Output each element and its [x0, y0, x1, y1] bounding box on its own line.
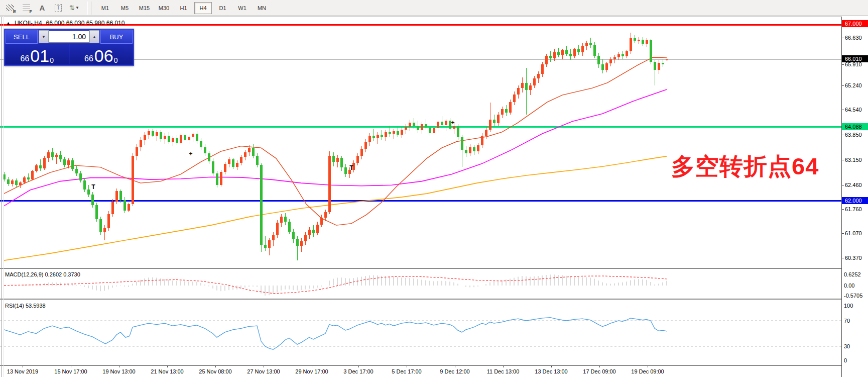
price-tick-label: 63.150 — [845, 157, 862, 163]
date-tick — [23, 365, 23, 367]
macd-scale-label: 0.6252 — [844, 271, 861, 277]
date-label: 13 Dec 13:00 — [535, 368, 567, 374]
macd-label: MACD(12,26,9) 0.2602 0.3730 — [5, 271, 80, 277]
macd-scale-label: -0.5705 — [844, 293, 862, 299]
price-tick — [842, 209, 844, 210]
date-label: 15 Nov 17:00 — [54, 368, 87, 374]
price-tick-label: 66.630 — [845, 35, 862, 41]
price-badge: 67.000 — [842, 20, 868, 27]
date-tick — [599, 365, 600, 367]
date-tick — [407, 365, 407, 367]
window-left-edge — [1, 17, 4, 377]
candles — [3, 33, 668, 260]
chart-annotation-text: 多空转折点64 — [671, 154, 819, 179]
date-label: 29 Nov 17:00 — [295, 368, 328, 374]
buy-price-panel[interactable]: 66060 — [70, 44, 133, 64]
price-tick-label: 64.540 — [845, 107, 862, 113]
symbol-period-label: UKOIl-,H4 — [15, 20, 42, 27]
date-label: 27 Nov 13:00 — [247, 368, 280, 374]
pane-separator[interactable] — [0, 299, 868, 300]
one-click-trading-widget: SELL ▼ 1.00 ▲ BUY 66010 66060 — [4, 29, 134, 66]
rsi-scale-label: 70 — [844, 318, 850, 324]
date-tick — [551, 365, 552, 367]
collapse-triangle-icon[interactable]: ▲ — [6, 21, 11, 26]
date-label: 9 Dec 12:00 — [440, 368, 469, 374]
date-tick — [119, 365, 119, 367]
volume-stepper: ▼ 1.00 ▲ — [39, 30, 99, 43]
volume-up-button[interactable]: ▲ — [89, 30, 99, 43]
pane-separator[interactable] — [0, 17, 868, 17]
price-tick — [842, 85, 844, 86]
ohlc-values: 66.000 66.030 65.980 66.010 — [46, 20, 125, 27]
price-tick — [842, 258, 844, 258]
price-tick-label: 62.460 — [845, 182, 862, 188]
date-label: 13 Nov 2019 — [7, 368, 38, 374]
sell-price-panel[interactable]: 66010 — [6, 44, 69, 64]
price-tick-label: 60.370 — [845, 255, 862, 261]
date-tick — [264, 365, 264, 367]
date-label: 25 Nov 08:00 — [199, 368, 231, 374]
sell-button[interactable]: SELL — [6, 30, 38, 44]
date-label: 19 Dec 09:00 — [631, 368, 664, 374]
price-tick — [842, 135, 844, 135]
date-label: 21 Nov 13:00 — [151, 368, 183, 374]
date-tick — [503, 365, 504, 367]
price-tick — [842, 185, 844, 185]
price-badge: 66.010 — [842, 55, 868, 62]
price-tick — [842, 38, 844, 38]
pane-separator[interactable] — [0, 268, 868, 269]
date-axis-line — [0, 365, 868, 366]
date-tick — [71, 365, 71, 367]
date-tick — [358, 365, 359, 367]
svg-text:+: + — [189, 150, 192, 157]
svg-text:T: T — [91, 183, 95, 191]
price-tick — [842, 64, 844, 65]
trading-platform-window: E F A T ⇅▼ M1M5M15M30H1H4D1W1MN TT++ 66.… — [0, 0, 868, 377]
rsi-scale-label: 100 — [844, 303, 853, 309]
date-tick — [312, 365, 312, 367]
svg-text:+: + — [451, 119, 454, 126]
date-label: 19 Nov 13:00 — [102, 368, 135, 374]
date-label: 3 Dec 17:00 — [343, 368, 373, 374]
price-tick — [842, 233, 844, 234]
date-tick — [648, 365, 648, 367]
chart-caption: ▲ UKOIl-,H4 66.000 66.030 65.980 66.010 — [6, 20, 125, 27]
price-tick-label: 63.850 — [845, 132, 862, 138]
volume-input[interactable]: 1.00 — [49, 31, 89, 43]
buy-button[interactable]: BUY — [100, 30, 133, 44]
date-tick — [455, 365, 455, 367]
price-tick-label: 65.240 — [845, 82, 862, 88]
rsi-label: RSI(14) 53.5938 — [5, 303, 46, 309]
date-label: 5 Dec 17:00 — [392, 368, 421, 374]
date-tick — [215, 365, 216, 367]
date-label: 11 Dec 13:00 — [487, 368, 520, 374]
macd-scale-label: 0.00 — [844, 282, 854, 289]
rsi-scale-label: 0 — [844, 357, 847, 363]
date-label: 17 Dec 09:00 — [583, 368, 615, 374]
price-badge: 62.000 — [842, 197, 868, 204]
price-badge: 64.088 — [842, 123, 868, 130]
svg-text:T: T — [349, 164, 353, 171]
price-tick-label: 61.070 — [845, 230, 862, 236]
price-tick — [842, 160, 844, 160]
price-tick-label: 61.760 — [845, 206, 862, 212]
price-tick — [842, 110, 844, 110]
volume-down-button[interactable]: ▼ — [39, 30, 49, 43]
rsi-scale-label: 30 — [844, 343, 850, 349]
date-tick — [167, 365, 168, 367]
